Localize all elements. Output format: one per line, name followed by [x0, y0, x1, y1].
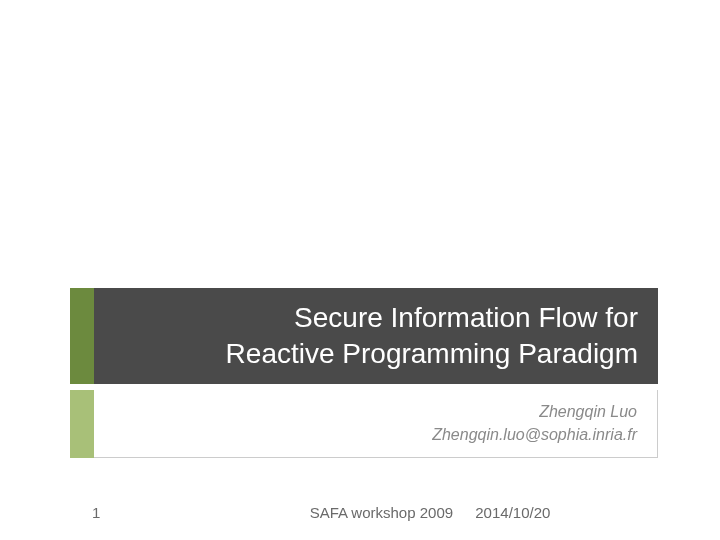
title-block: Secure Information Flow for Reactive Pro…: [70, 288, 658, 384]
subtitle-block: Zhengqin Luo Zhengqin.luo@sophia.inria.f…: [70, 390, 658, 458]
footer-workshop: SAFA workshop 2009: [310, 504, 453, 521]
footer-center: SAFA workshop 2009 2014/10/20: [0, 504, 720, 521]
author-name: Zhengqin Luo: [539, 401, 637, 423]
author-email: Zhengqin.luo@sophia.inria.fr: [432, 424, 637, 446]
subtitle-accent-bar: [70, 390, 94, 458]
slide-title: Secure Information Flow for Reactive Pro…: [226, 300, 638, 373]
footer-date: 2014/10/20: [475, 504, 550, 521]
title-line-2: Reactive Programming Paradigm: [226, 338, 638, 369]
title-accent-bar: [70, 288, 94, 384]
title-line-1: Secure Information Flow for: [294, 302, 638, 333]
